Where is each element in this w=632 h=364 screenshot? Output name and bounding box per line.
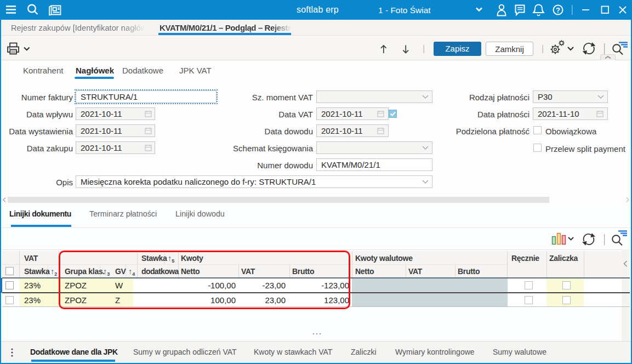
svg-text:?: ? xyxy=(556,6,560,14)
